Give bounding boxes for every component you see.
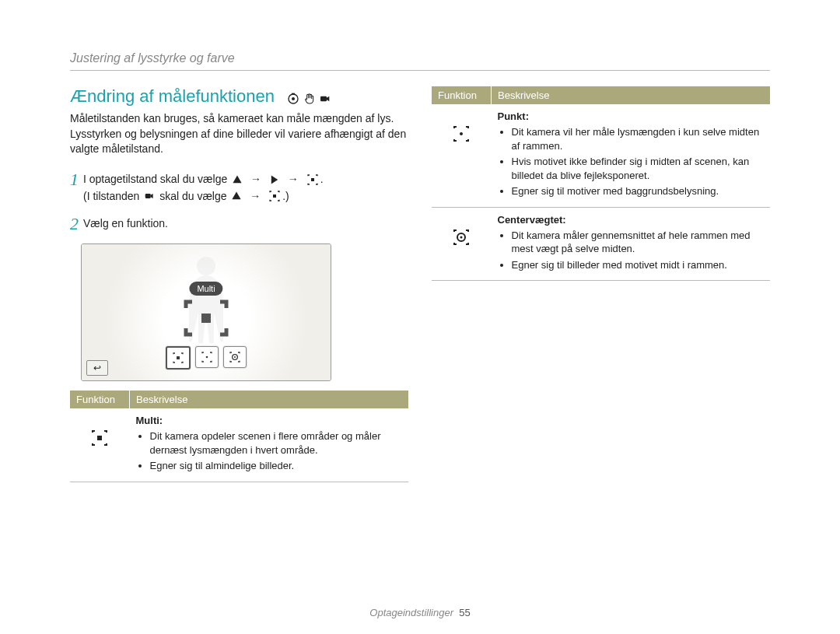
page-footer: Optageindstillinger 55: [0, 607, 840, 618]
footer-page-number: 55: [459, 607, 470, 618]
svg-point-16: [460, 236, 463, 238]
hand-mode-icon: [303, 93, 316, 105]
svg-rect-8: [201, 313, 211, 323]
step-2-text: Vælg en funktion.: [83, 215, 408, 233]
chevron-right-icon: [269, 172, 280, 188]
svg-point-7: [197, 257, 215, 275]
svg-point-1: [292, 97, 295, 100]
svg-point-14: [460, 132, 463, 135]
svg-rect-4: [311, 178, 314, 181]
intro-text: Måletilstanden kan bruges, så kameraet k…: [70, 111, 408, 157]
video-mode-icon: [319, 93, 331, 105]
metering-multi-large-icon: [183, 299, 229, 338]
back-button[interactable]: ↩: [86, 360, 108, 376]
step-1-sub-b: skal du vælge: [159, 190, 226, 202]
up-triangle-icon: [232, 172, 243, 188]
table-header-function: Funktion: [70, 391, 130, 408]
svg-rect-6: [273, 194, 276, 198]
row-title: Punkt:: [498, 110, 529, 122]
metering-table-right: Funktion Beskrivelse Punkt: Dit kamera v…: [432, 86, 770, 281]
metering-option-row: [166, 346, 247, 370]
arrow-icon: →: [250, 190, 261, 202]
metering-multi-icon: [306, 172, 319, 188]
svg-rect-9: [177, 356, 180, 359]
table-row: Centervægtet: Dit kamera måler gennemsni…: [432, 207, 770, 281]
step-1-body: I optagetilstand skal du vælge → → . (I …: [83, 171, 408, 205]
table-header-function: Funktion: [432, 86, 492, 104]
row-bullet: Dit kamera opdeler scenen i flere område…: [150, 429, 403, 457]
title-mode-icons: [278, 92, 331, 106]
svg-rect-3: [320, 96, 327, 101]
step-1-number: 1: [70, 171, 79, 205]
arrow-icon: →: [250, 173, 261, 185]
selected-mode-label: Multi: [189, 282, 222, 296]
camera-mode-icon: [287, 93, 299, 105]
row-bullet: Egner sig til almindelige billeder.: [150, 459, 403, 473]
table-header-description: Beskrivelse: [492, 86, 771, 104]
metering-multi-icon: [70, 408, 130, 482]
up-triangle-icon: [231, 188, 242, 205]
metering-spot-icon: [432, 104, 492, 207]
step-1-text-a: I optagetilstand skal du vælge: [83, 173, 227, 185]
row-bullet: Dit kamera vil her måle lysmængden i kun…: [512, 125, 765, 152]
svg-rect-5: [145, 194, 151, 198]
step-2-number: 2: [70, 215, 79, 233]
table-row: Punkt: Dit kamera vil her måle lysmængde…: [432, 104, 770, 207]
svg-rect-13: [97, 436, 102, 440]
video-mode-icon: [144, 188, 155, 205]
table-header-description: Beskrivelse: [130, 391, 409, 408]
row-bullet: Dit kamera måler gennemsnittet af hele r…: [512, 229, 765, 256]
metering-option-spot[interactable]: [195, 346, 219, 368]
svg-rect-2: [292, 93, 295, 94]
metering-option-center[interactable]: [223, 346, 247, 368]
footer-section: Optageindstillinger: [369, 607, 453, 618]
metering-center-icon: [432, 207, 492, 281]
row-bullet: Hvis motivet ikke befinder sig i midten …: [512, 155, 765, 182]
breadcrumb-header: Justering af lysstyrke og farve: [70, 51, 770, 71]
metering-table-left: Funktion Beskrivelse Multi: Dit kamera o…: [70, 391, 408, 482]
svg-point-10: [206, 356, 208, 359]
metering-option-multi[interactable]: [166, 346, 191, 370]
step-1-text-b: .: [320, 173, 324, 185]
metering-multi-icon: [268, 188, 281, 205]
arrow-icon: →: [288, 173, 299, 185]
step-1-sub-c: .): [282, 190, 289, 202]
step-1-sub-a: (I tilstanden: [83, 190, 139, 202]
table-row: Multi: Dit kamera opdeler scenen i flere…: [70, 408, 408, 482]
row-bullet: Egner sig til motiver med baggrundsbelys…: [512, 184, 765, 198]
row-title: Multi:: [136, 415, 163, 426]
page-title: Ændring af målefunktionen: [70, 86, 275, 106]
row-bullet: Egner sig til billeder med motivet midt …: [512, 258, 765, 272]
svg-point-12: [234, 356, 236, 358]
row-title: Centervægtet:: [498, 214, 566, 226]
camera-screen-preview: Multi: [81, 243, 331, 381]
